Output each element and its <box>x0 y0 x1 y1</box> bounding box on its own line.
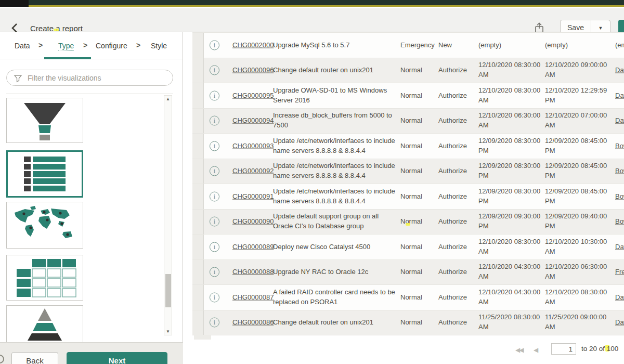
priority-value: Normal <box>400 318 436 328</box>
scroll-up-icon[interactable]: ▲ <box>164 97 172 101</box>
short-description: Change default router on unix201 <box>273 318 397 328</box>
assignee-link[interactable]: Dav <box>615 66 624 75</box>
first-page-icon[interactable]: ◀◀ <box>515 346 523 354</box>
change-number-link[interactable]: CHG0000086 <box>232 318 271 328</box>
viz-option-table[interactable] <box>6 255 83 301</box>
change-number-link[interactable]: CHG0000090 <box>232 217 271 227</box>
assignee-link[interactable]: Fred <box>615 267 624 277</box>
planned-end-date: 12/10/2020 08:30:00 AM <box>545 288 609 307</box>
assignee-link[interactable]: Dav <box>615 90 624 100</box>
row-left-strip <box>192 159 204 184</box>
wizard-step-type[interactable]: Type <box>58 42 74 50</box>
viz-option-funnel-chart[interactable] <box>6 98 83 143</box>
assignee-link[interactable]: Bow <box>615 166 624 176</box>
highlight-artifact <box>406 223 410 226</box>
info-icon[interactable]: i <box>210 292 219 302</box>
state-value: Authorize <box>438 90 475 100</box>
scroll-down-icon[interactable]: ▼ <box>164 329 172 334</box>
scrollbar-thumb[interactable] <box>165 274 171 307</box>
change-number-link[interactable]: CHG0000095 <box>232 90 271 100</box>
visualization-filter <box>6 70 173 86</box>
pyramid-chart-icon <box>8 306 81 344</box>
row-left-strip <box>192 235 204 259</box>
active-step-indicator <box>44 57 91 59</box>
info-icon[interactable]: i <box>210 267 219 277</box>
row-left-strip <box>192 310 204 335</box>
table-row: i CHG0000089 Deploy new Cisco Catalyst 4… <box>192 235 624 260</box>
table-row: i CHG0000092 Update /etc/network/interfa… <box>192 159 624 185</box>
filter-input[interactable] <box>27 72 167 84</box>
table-row: i CHG0000091 Update /etc/network/interfa… <box>192 184 624 210</box>
browser-top-bar <box>0 0 624 7</box>
priority-value: Normal <box>400 90 436 100</box>
wizard-step-style[interactable]: Style <box>151 42 167 50</box>
next-button[interactable]: Next <box>67 352 167 364</box>
info-icon[interactable]: i <box>210 242 219 252</box>
change-number-link[interactable]: CHG0000088 <box>232 267 271 277</box>
assignee-link[interactable]: Dav <box>615 318 624 328</box>
info-icon[interactable]: i <box>210 66 219 75</box>
priority-value: Normal <box>400 141 436 151</box>
row-left-strip <box>192 285 204 310</box>
info-icon[interactable]: i <box>210 191 219 201</box>
planned-end-date: 12/10/2020 06:30:00 AM <box>545 262 609 282</box>
change-number-link[interactable]: CHG0000089 <box>232 242 271 252</box>
viz-option-world-map[interactable] <box>6 202 83 249</box>
change-number-link[interactable]: CHG0000096 <box>232 66 271 75</box>
planned-end-date: (empty) <box>545 40 609 50</box>
change-number-link[interactable]: CHG0002000 <box>232 40 271 50</box>
viz-option-pyramid-chart[interactable] <box>6 305 83 344</box>
short-description: Update /etc/network/interfaces to includ… <box>273 136 397 156</box>
planned-start-date: 12/10/2020 04:30:00 AM <box>478 288 543 307</box>
state-value: Authorize <box>438 242 475 252</box>
caret-down-icon: ▼ <box>599 25 603 31</box>
wizard-step-configure[interactable]: Configure <box>96 42 127 50</box>
assignee-link[interactable]: Dav <box>615 242 624 252</box>
planned-end-date: 12/09/2020 08:45:00 PM <box>545 136 609 156</box>
short-description: Upgrade NY RAC to Oracle 12c <box>273 267 397 277</box>
highlight-artifact <box>54 29 59 31</box>
change-number-link[interactable]: CHG0000091 <box>232 191 271 201</box>
priority-value: Normal <box>400 242 436 252</box>
change-number-link[interactable]: CHG0000094 <box>232 116 271 126</box>
viz-option-list[interactable] <box>6 150 83 198</box>
assignee-link[interactable]: Bow <box>615 191 624 201</box>
state-value: Authorize <box>438 267 475 277</box>
planned-end-date: 12/10/2020 12:29:59 PM <box>545 86 609 106</box>
list-divider <box>6 94 173 94</box>
top-bar-corner <box>0 0 29 7</box>
info-icon[interactable]: i <box>210 141 219 151</box>
state-value: Authorize <box>438 191 475 201</box>
short-description: Update /etc/network/interfaces to includ… <box>273 187 397 206</box>
prev-page-icon[interactable]: ◀ <box>534 346 538 354</box>
assignee-link[interactable]: (empty) <box>615 40 624 50</box>
info-icon[interactable]: i <box>210 318 219 328</box>
assignee-link[interactable]: Dav <box>615 116 624 126</box>
table-row: i CHG0000094 Increase db_block_buffers f… <box>192 109 624 134</box>
assignee-link[interactable]: Bow <box>615 141 624 151</box>
change-number-link[interactable]: CHG0000092 <box>232 166 271 176</box>
change-number-link[interactable]: CHG0000087 <box>232 292 271 302</box>
table-icon <box>8 256 81 300</box>
assignee-link[interactable]: Dav <box>615 292 624 302</box>
info-icon[interactable]: i <box>210 116 219 126</box>
report-type-panel: Data > Type > Configure > Style <box>0 32 183 364</box>
viz-list-scrollbar[interactable]: ▲ ▼ <box>164 95 172 335</box>
priority-value: Normal <box>400 191 436 201</box>
info-icon[interactable]: i <box>210 166 219 176</box>
page-number-input[interactable] <box>551 343 576 355</box>
app-header: Create a report Save ▼ <box>0 8 624 32</box>
planned-end-date: 12/10/2020 07:00:00 AM <box>545 111 609 131</box>
assignee-link[interactable]: Bow <box>615 217 624 227</box>
wizard-step-data[interactable]: Data <box>15 42 30 50</box>
change-number-link[interactable]: CHG0000093 <box>232 141 271 151</box>
filter-funnel-icon <box>14 74 22 83</box>
info-icon[interactable]: i <box>210 217 219 227</box>
info-icon[interactable]: i <box>210 40 219 50</box>
chevron-right-icon: > <box>38 41 43 49</box>
panel-footer: Back Next <box>0 342 183 364</box>
back-button[interactable]: Back <box>11 352 58 364</box>
planned-end-date: 12/09/2020 08:45:00 PM <box>545 187 609 206</box>
info-icon[interactable]: i <box>210 90 219 100</box>
priority-value: Normal <box>400 116 436 126</box>
